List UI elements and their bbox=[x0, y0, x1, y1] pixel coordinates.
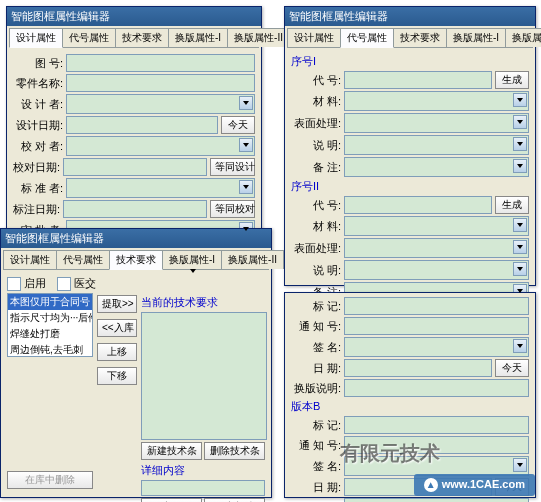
tabstrip: 设计属性 代号属性 技术要求 换版属性-I 换版属性-II bbox=[9, 28, 259, 48]
movedown-button[interactable]: 下移 bbox=[97, 367, 137, 385]
text-input[interactable] bbox=[344, 196, 492, 214]
text-input[interactable] bbox=[66, 54, 255, 72]
text-input[interactable] bbox=[344, 297, 529, 315]
tech-listbox[interactable]: 本图仅用于合同号指示尺寸均为···后件机焊缝处打磨周边倒钝,去毛刺 bbox=[7, 293, 93, 357]
text-input[interactable] bbox=[344, 379, 529, 397]
field-label: 代 号: bbox=[291, 198, 341, 213]
field-label: 表面处理: bbox=[291, 241, 341, 256]
group-label-1: 序号I bbox=[291, 54, 529, 69]
list-item[interactable]: 周边倒钝,去毛刺 bbox=[8, 342, 92, 358]
titlebar: 智能图框属性编辑器 bbox=[7, 7, 261, 26]
field-label: 日 期: bbox=[291, 361, 341, 376]
group-label-2: 序号II bbox=[291, 179, 529, 194]
text-input[interactable] bbox=[344, 359, 492, 377]
detail-label: 详细内容 bbox=[141, 463, 265, 478]
field-label: 签 名: bbox=[291, 340, 341, 355]
tab-design[interactable]: 设计属性 bbox=[3, 250, 57, 269]
text-input[interactable] bbox=[63, 200, 207, 218]
enable-checkbox[interactable] bbox=[7, 277, 21, 291]
text-input[interactable] bbox=[344, 317, 529, 335]
field-label: 校 对 者: bbox=[13, 139, 63, 154]
combo-input[interactable] bbox=[344, 91, 529, 111]
field-label: 通 知 号: bbox=[291, 319, 341, 334]
combo-input[interactable] bbox=[344, 238, 529, 258]
window-code-attrs: 智能图框属性编辑器 设计属性 代号属性 技术要求 换版属性-I 换版属性-II … bbox=[284, 6, 536, 286]
text-input[interactable] bbox=[344, 498, 529, 502]
field-label: 零件名称: bbox=[13, 76, 63, 91]
tab-design[interactable]: 设计属性 bbox=[287, 28, 341, 47]
text-input[interactable] bbox=[66, 74, 255, 92]
field-label: 说 明: bbox=[291, 138, 341, 153]
aux-button[interactable]: 今天 bbox=[221, 116, 255, 134]
moveup-button[interactable]: 上移 bbox=[97, 343, 137, 361]
store-button[interactable]: <<入库 bbox=[97, 319, 137, 337]
window-design-attrs: 智能图框属性编辑器 设计属性 代号属性 技术要求 换版属性-I 换版属性-II … bbox=[6, 6, 262, 236]
field-label: 图 号: bbox=[13, 56, 63, 71]
detail-input[interactable] bbox=[141, 480, 265, 496]
tabstrip: 设计属性 代号属性 技术要求 换版属性-I 换版属性-II bbox=[3, 250, 269, 270]
tab-code[interactable]: 代号属性 bbox=[56, 250, 110, 269]
site-logo: ▲www.1CAE.com bbox=[414, 474, 535, 496]
list-item[interactable]: 焊缝处打磨 bbox=[8, 326, 92, 342]
tech-textarea[interactable] bbox=[141, 312, 267, 440]
tab-tech[interactable]: 技术要求 bbox=[109, 250, 163, 270]
tab-rev2[interactable]: 换版属性-II bbox=[505, 28, 541, 47]
list-item[interactable]: 指示尺寸均为···后件机 bbox=[8, 310, 92, 326]
field-label: 设计日期: bbox=[13, 118, 63, 133]
tab-code[interactable]: 代号属性 bbox=[62, 28, 116, 47]
delete-in-lib-button[interactable]: 在库中删除 bbox=[7, 471, 93, 489]
field-label: 标注日期: bbox=[13, 202, 60, 217]
tab-tech[interactable]: 技术要求 bbox=[115, 28, 169, 47]
text-input[interactable] bbox=[344, 436, 529, 454]
tab-rev1[interactable]: 换版属性-I bbox=[168, 28, 228, 47]
aux-button[interactable]: 生成 bbox=[495, 71, 529, 89]
field-label: 代 号: bbox=[291, 73, 341, 88]
medical-label: 医交 bbox=[74, 276, 96, 291]
text-input[interactable] bbox=[344, 416, 529, 434]
tab-design[interactable]: 设计属性 bbox=[9, 28, 63, 48]
confirm-new-button[interactable]: 确定新建 bbox=[204, 498, 265, 502]
del-tech-button[interactable]: 删除技术条 bbox=[204, 442, 265, 460]
combo-input[interactable] bbox=[66, 178, 255, 198]
field-label: 标 准 者: bbox=[13, 181, 63, 196]
field-label: 材 料: bbox=[291, 94, 341, 109]
tab-rev2[interactable]: 换版属性-II bbox=[221, 250, 284, 269]
combo-input[interactable] bbox=[344, 157, 529, 177]
combo-input[interactable] bbox=[344, 135, 529, 155]
field-label: 说 明: bbox=[291, 263, 341, 278]
field-label: 表面处理: bbox=[291, 116, 341, 131]
aux-button[interactable]: 等同设计 bbox=[210, 158, 255, 176]
combo-input[interactable] bbox=[344, 216, 529, 236]
combo-input[interactable] bbox=[344, 337, 529, 357]
enable-label: 启用 bbox=[24, 276, 46, 291]
medical-checkbox[interactable] bbox=[57, 277, 71, 291]
tab-rev1[interactable]: 换版属性-I bbox=[446, 28, 506, 47]
field-label: 备 注: bbox=[291, 160, 341, 175]
aux-button[interactable]: 生成 bbox=[495, 196, 529, 214]
tab-rev2[interactable]: 换版属性-II bbox=[227, 28, 290, 47]
text-input[interactable] bbox=[63, 158, 207, 176]
new-tech-button[interactable]: 新建技术条 bbox=[141, 442, 202, 460]
list-item[interactable]: 本图仅用于合同号 bbox=[8, 294, 92, 310]
combo-input[interactable] bbox=[344, 260, 529, 280]
field-label: 标 记: bbox=[291, 299, 341, 314]
confirm-edit-button[interactable]: 确定修改 bbox=[141, 498, 202, 502]
text-input[interactable] bbox=[344, 71, 492, 89]
aux-button[interactable]: 等同校对 bbox=[210, 200, 255, 218]
tab-tech[interactable]: 技术要求 bbox=[393, 28, 447, 47]
field-label: 校对日期: bbox=[13, 160, 60, 175]
tab-code[interactable]: 代号属性 bbox=[340, 28, 394, 48]
aux-button[interactable]: 今天 bbox=[495, 359, 529, 377]
combo-input[interactable] bbox=[66, 136, 255, 156]
form-body: 启用 医交 本图仅用于合同号指示尺寸均为···后件机焊缝处打磨周边倒钝,去毛刺 … bbox=[1, 270, 271, 502]
field-label: 标 记: bbox=[291, 418, 341, 433]
tabstrip: 设计属性 代号属性 技术要求 换版属性-I 换版属性-II bbox=[287, 28, 533, 48]
extract-button[interactable]: 提取>> bbox=[97, 295, 137, 313]
field-label: 通 知 号: bbox=[291, 438, 341, 453]
combo-input[interactable] bbox=[344, 456, 529, 476]
text-input[interactable] bbox=[66, 116, 218, 134]
titlebar: 智能图框属性编辑器 bbox=[1, 229, 271, 248]
tab-rev1[interactable]: 换版属性-I bbox=[162, 250, 222, 269]
combo-input[interactable] bbox=[66, 94, 255, 114]
combo-input[interactable] bbox=[344, 113, 529, 133]
